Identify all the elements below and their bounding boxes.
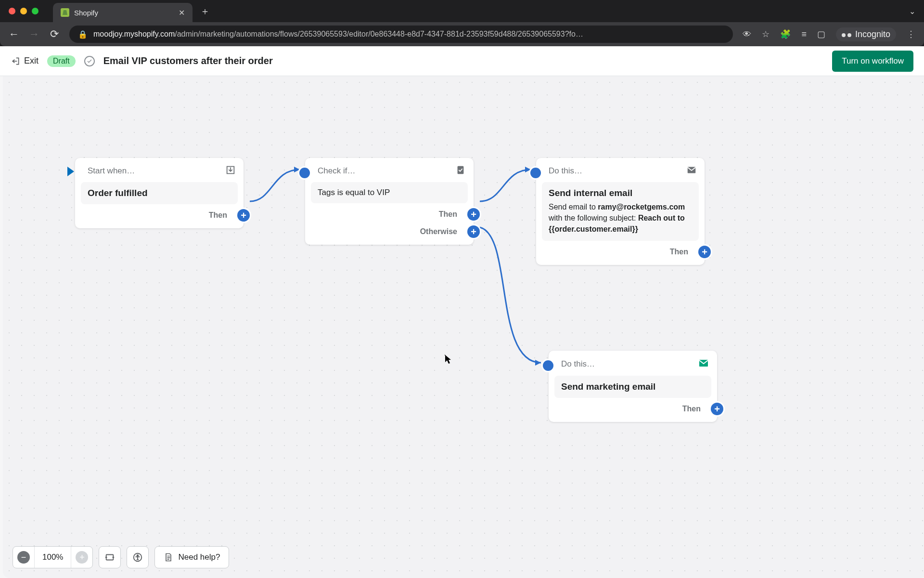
new-tab-button[interactable]: ＋ <box>200 5 210 18</box>
incognito-indicator[interactable]: Incognito <box>836 27 896 41</box>
condition-input-port[interactable] <box>299 168 310 178</box>
browser-addressbar: ← → ⟳ 🔒 moodjoy.myshopify.com/admin/mark… <box>0 22 924 46</box>
window-minimize-icon[interactable] <box>20 8 27 14</box>
action-marketing-header-label: Do this… <box>561 359 595 369</box>
window-maximize-icon[interactable] <box>32 8 38 14</box>
workflow-title: Email VIP customers after their order <box>103 55 273 66</box>
reading-list-icon[interactable]: ≡ <box>801 29 807 39</box>
extensions-icon[interactable]: 🧩 <box>780 29 791 39</box>
fit-to-screen-button[interactable] <box>99 546 121 568</box>
nav-reload-icon[interactable]: ⟳ <box>49 28 60 40</box>
condition-otherwise-add-button[interactable]: + <box>467 225 480 238</box>
browser-menu-icon[interactable]: ⋮ <box>907 29 915 39</box>
action-internal-email-node[interactable]: Do this… Send internal email Send email … <box>536 158 705 265</box>
svg-marker-2 <box>535 360 541 366</box>
start-arrow-icon <box>67 167 74 176</box>
browser-tab[interactable]: Shopify ✕ <box>53 3 192 22</box>
tracking-blocked-icon[interactable]: 👁 <box>743 29 751 39</box>
action-email-body: Send internal email Send email to ramy@r… <box>542 182 699 241</box>
condition-then-label: Then <box>439 210 457 219</box>
mouse-cursor-icon <box>445 355 446 355</box>
zoom-in-button[interactable]: + <box>76 551 88 564</box>
trigger-then-label: Then <box>209 211 227 220</box>
action-email-desc-mid: with the following subject: <box>549 214 638 222</box>
action-email-then-add-button[interactable]: + <box>698 246 711 258</box>
trigger-header-label: Start when… <box>88 166 135 176</box>
app-header: Exit Draft Email VIP customers after the… <box>0 46 924 76</box>
need-help-label: Need help? <box>178 552 220 562</box>
workflow-canvas[interactable]: Start when… Order fulfilled Then + Check… <box>3 76 924 578</box>
exit-icon <box>11 56 20 66</box>
trigger-then-add-button[interactable]: + <box>237 209 250 222</box>
clipboard-check-icon <box>455 165 466 177</box>
svg-rect-6 <box>106 555 114 560</box>
connectors <box>3 76 924 578</box>
action-marketing-email-node[interactable]: Do this… Send marketing email Then + <box>549 351 717 422</box>
address-field[interactable]: 🔒 moodjoy.myshopify.com/admin/marketing/… <box>69 26 733 43</box>
tab-close-icon[interactable]: ✕ <box>179 8 185 17</box>
nav-forward-icon[interactable]: → <box>29 28 39 40</box>
need-help-button[interactable]: Need help? <box>154 546 229 568</box>
accessibility-button[interactable] <box>127 546 149 568</box>
browser-chrome: Shopify ✕ ＋ ⌄ ← → ⟳ 🔒 moodjoy.myshopify.… <box>0 0 924 46</box>
window-controls <box>9 8 38 14</box>
condition-node[interactable]: Check if… Tags is equal to VIP Then + Ot… <box>305 158 474 245</box>
action-email-description: Send email to ramy@rocketgems.com with t… <box>549 201 692 235</box>
action-email-header-label: Do this… <box>549 166 582 176</box>
action-email-title: Send internal email <box>549 188 692 198</box>
action-marketing-then-add-button[interactable]: + <box>711 403 723 415</box>
panel-icon[interactable]: ▢ <box>817 29 825 39</box>
nav-back-icon[interactable]: ← <box>9 28 19 40</box>
status-badge: Draft <box>47 55 76 67</box>
zoom-control: − 100% + <box>13 546 93 568</box>
document-icon <box>164 552 173 562</box>
mail-icon <box>686 165 697 177</box>
validation-check-icon <box>84 56 95 66</box>
action-email-input-port[interactable] <box>530 168 541 178</box>
action-marketing-title: Send marketing email <box>554 376 711 398</box>
incognito-label: Incognito <box>855 29 890 39</box>
zoom-out-button[interactable]: − <box>17 551 30 564</box>
action-marketing-input-port[interactable] <box>543 360 553 371</box>
bookmark-icon[interactable]: ☆ <box>762 29 770 39</box>
tab-title: Shopify <box>74 9 174 17</box>
condition-body: Tags is equal to VIP <box>311 182 468 203</box>
condition-then-add-button[interactable]: + <box>467 208 480 221</box>
trigger-body: Order fulfilled <box>81 182 238 204</box>
exit-label: Exit <box>24 56 38 66</box>
action-email-desc-prefix: Send email to <box>549 203 598 211</box>
condition-header-label: Check if… <box>318 166 355 176</box>
inbox-download-icon <box>225 165 236 177</box>
lock-icon: 🔒 <box>78 30 88 39</box>
svg-point-8 <box>137 555 139 556</box>
bottom-toolbar: − 100% + Need help? <box>13 546 229 568</box>
action-email-then-label: Then <box>670 248 688 256</box>
condition-otherwise-label: Otherwise <box>420 227 457 236</box>
url-path: /admin/marketing/automations/flows/26539… <box>175 30 583 38</box>
tab-dropdown-icon[interactable]: ⌄ <box>909 7 915 16</box>
addressbar-actions: 👁 ☆ 🧩 ≡ ▢ Incognito ⋮ <box>743 27 915 41</box>
turn-on-workflow-button[interactable]: Turn on workflow <box>832 51 913 72</box>
marketing-mail-icon <box>698 357 709 371</box>
svg-rect-3 <box>458 166 464 174</box>
incognito-icon <box>842 31 851 38</box>
action-marketing-then-label: Then <box>682 405 701 413</box>
zoom-value: 100% <box>34 547 71 568</box>
url-host: moodjoy.myshopify.com <box>93 30 175 38</box>
browser-tabbar: Shopify ✕ ＋ ⌄ <box>0 0 924 22</box>
window-close-icon[interactable] <box>9 8 15 14</box>
exit-button[interactable]: Exit <box>11 56 38 66</box>
trigger-node[interactable]: Start when… Order fulfilled Then + <box>75 158 244 228</box>
shopify-favicon-icon <box>61 8 69 17</box>
action-email-recipient: ramy@rocketgems.com <box>598 203 685 211</box>
